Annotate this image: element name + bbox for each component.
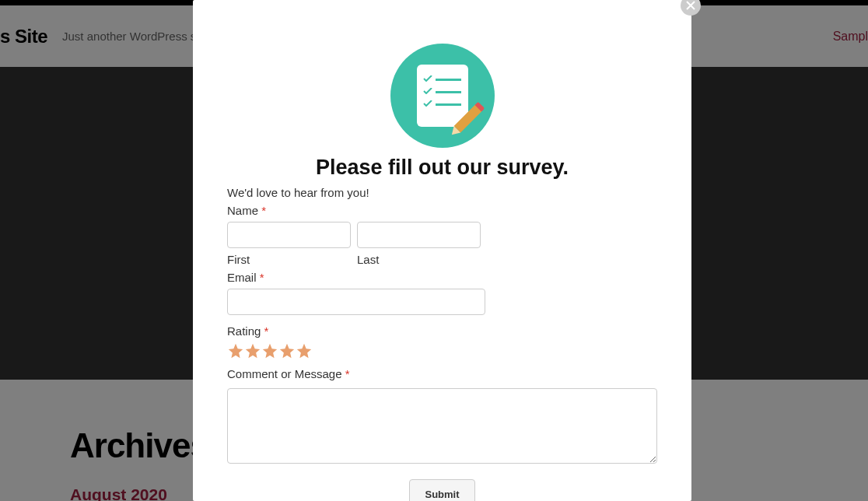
last-name-input[interactable] <box>357 222 481 248</box>
star-2[interactable] <box>244 342 261 359</box>
comment-label: Comment or Message * <box>227 367 657 380</box>
close-icon <box>686 1 695 10</box>
comment-textarea[interactable] <box>227 388 657 464</box>
submit-button[interactable]: Submit <box>409 479 474 501</box>
star-3[interactable] <box>261 342 278 359</box>
star-5[interactable] <box>296 342 313 359</box>
survey-modal: Please fill out our survey. We'd love to… <box>193 0 691 501</box>
modal-title: Please fill out our survey. <box>227 156 657 180</box>
last-name-sublabel: Last <box>357 253 481 266</box>
star-4[interactable] <box>278 342 296 359</box>
survey-clipboard-icon <box>390 44 495 148</box>
rating-label: Rating * <box>227 324 657 338</box>
modal-subtitle: We'd love to hear from you! <box>227 186 657 199</box>
name-label: Name * <box>227 204 657 217</box>
email-input[interactable] <box>227 289 485 315</box>
first-name-input[interactable] <box>227 222 351 248</box>
rating-stars <box>227 342 657 359</box>
star-1[interactable] <box>227 342 244 359</box>
email-label: Email * <box>227 271 657 284</box>
first-name-sublabel: First <box>227 253 351 266</box>
